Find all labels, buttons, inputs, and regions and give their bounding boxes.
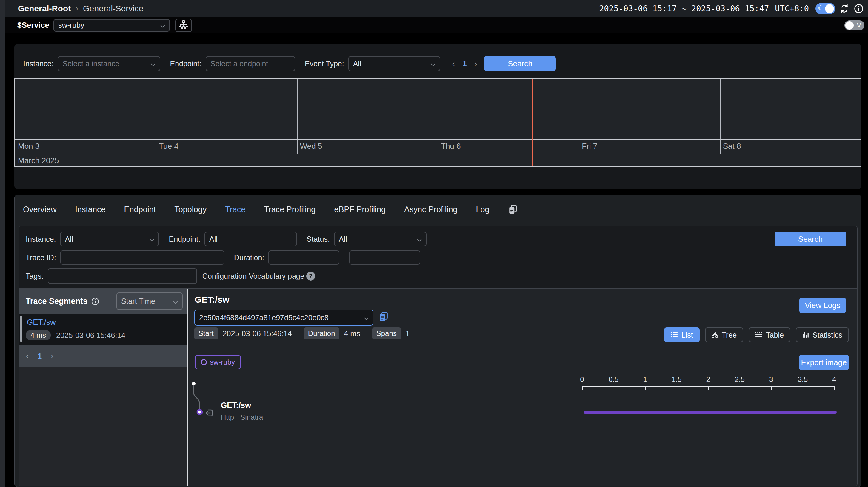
breadcrumb-current[interactable]: General-Service <box>83 4 143 13</box>
ruler-tick-label: 0.5 <box>609 375 618 383</box>
trace-endpoint-value: All <box>209 235 218 244</box>
timezone-label: UTC+8:0 <box>775 4 809 13</box>
chevron-down-icon <box>151 59 156 68</box>
ruler-tick-label: 1.5 <box>672 375 681 383</box>
statistics-view-button[interactable]: Statistics <box>796 327 849 342</box>
table-icon <box>755 331 762 339</box>
current-time-marker <box>532 79 533 166</box>
ruler-tick <box>740 386 740 390</box>
event-search-button[interactable]: Search <box>484 56 556 71</box>
circle-icon <box>201 359 207 365</box>
service-select-value: sw-ruby <box>58 21 85 30</box>
dark-mode-toggle[interactable]: ☾ <box>815 3 835 15</box>
tab-trace-profiling[interactable]: Trace Profiling <box>264 205 315 214</box>
statistics-icon <box>802 331 809 339</box>
ruler-tick <box>803 386 803 390</box>
span-name[interactable]: GET:/sw <box>221 401 251 410</box>
segment-endpoint[interactable]: GET:/sw <box>27 318 56 327</box>
version-toggle[interactable]: V <box>844 20 864 30</box>
event-type-select[interactable]: All <box>348 56 440 71</box>
trace-filter-row-3: Tags: Configuration Vocabulary page ? <box>19 268 315 284</box>
ruler-tick-label: 3 <box>769 375 773 383</box>
day-gridline <box>579 79 579 153</box>
day-label: Sat 8 <box>723 142 741 151</box>
day-gridline <box>720 79 720 153</box>
day-label: Thu 6 <box>441 142 461 151</box>
ruler-tick-label: 1 <box>643 375 647 383</box>
duration-max-input[interactable] <box>349 250 420 265</box>
tab-async-profiling[interactable]: Async Profiling <box>404 205 458 214</box>
day-gridline <box>438 79 438 153</box>
vocabulary-link[interactable]: Configuration Vocabulary page <box>203 272 305 281</box>
tree-view-button[interactable]: Tree <box>705 327 743 342</box>
endpoint-input-placeholder: Select a endpoint <box>211 59 268 68</box>
tags-input[interactable] <box>48 268 197 284</box>
tab-endpoint[interactable]: Endpoint <box>124 205 156 214</box>
duration-min-input[interactable] <box>268 250 339 265</box>
axis-line <box>15 139 861 140</box>
day-label: Wed 5 <box>300 142 322 151</box>
ruler-tick <box>677 386 677 390</box>
tab-trace[interactable]: Trace <box>225 205 245 214</box>
breadcrumb: General-Root › General-Service <box>18 4 143 13</box>
tab-instance[interactable]: Instance <box>75 205 106 214</box>
segment-meta: 4 ms 2025-03-06 15:46:14 <box>26 330 125 340</box>
tab-topology[interactable]: Topology <box>174 205 207 214</box>
segment-item[interactable]: GET:/sw 4 ms 2025-03-06 15:46:14 <box>19 315 187 344</box>
breadcrumb-root[interactable]: General-Root <box>18 4 71 13</box>
events-panel: Instance: Select a instance Endpoint: Se… <box>14 44 862 189</box>
tab-log[interactable]: Log <box>476 205 490 214</box>
next-page-icon[interactable]: › <box>51 351 54 361</box>
service-select[interactable]: sw-ruby <box>54 19 170 32</box>
trace-instance-select[interactable]: All <box>60 232 159 246</box>
event-type-value: All <box>353 59 362 68</box>
page-number[interactable]: 1 <box>462 59 467 68</box>
info-icon[interactable] <box>854 4 864 14</box>
service-topology-button[interactable] <box>175 19 192 32</box>
trace-endpoint-input[interactable]: All <box>205 232 297 246</box>
copy-trace-id-icon[interactable] <box>378 311 389 322</box>
info-icon[interactable] <box>91 297 99 306</box>
tab-ebpf-profiling[interactable]: eBPF Profiling <box>334 205 385 214</box>
next-page-icon[interactable]: › <box>474 59 477 68</box>
endpoint-input[interactable]: Select a endpoint <box>206 56 295 71</box>
span-duration-bar[interactable] <box>584 411 837 413</box>
collapsed-sidebar[interactable] <box>0 0 5 487</box>
duration-value: 4 ms <box>344 329 360 338</box>
refresh-icon[interactable] <box>839 4 849 14</box>
spans-badge: Spans <box>372 327 401 339</box>
page-number[interactable]: 1 <box>38 351 42 361</box>
time-range-picker[interactable]: 2025-03-06 15:17 ~ 2025-03-06 15:47 <box>599 4 769 13</box>
ruler-tick-label: 2 <box>706 375 710 383</box>
instance-select-placeholder: Select a instance <box>62 59 119 68</box>
trace-status-select[interactable]: All <box>334 232 427 246</box>
service-tag[interactable]: sw-ruby <box>195 355 241 369</box>
table-view-button[interactable]: Table <box>749 327 790 342</box>
tab-overview[interactable]: Overview <box>23 205 57 214</box>
chevron-down-icon <box>364 313 369 322</box>
top-bar-actions: 2025-03-06 15:17 ~ 2025-03-06 15:47 UTC+… <box>599 3 864 15</box>
trace-id-input[interactable] <box>60 250 224 265</box>
divider <box>188 350 857 350</box>
export-image-button[interactable]: Export image <box>799 355 849 370</box>
trace-search-button[interactable]: Search <box>775 232 846 247</box>
trace-detail-panel: GET:/sw View Logs 2e50a4f6884d497a81e97d… <box>188 289 857 486</box>
trace-id-select[interactable]: 2e50a4f6884d497a81e97d5c4c20e0c8 <box>194 310 373 326</box>
ruler-tick <box>708 386 709 390</box>
version-toggle-label: V <box>857 22 861 29</box>
day-label: Tue 4 <box>159 142 179 151</box>
statistics-view-label: Statistics <box>812 331 842 339</box>
prev-page-icon[interactable]: ‹ <box>452 59 455 68</box>
spans-count: 1 <box>406 329 410 338</box>
tree-icon <box>712 331 718 339</box>
prev-page-icon[interactable]: ‹ <box>26 351 29 361</box>
help-icon[interactable]: ? <box>306 271 315 281</box>
copy-dashboard-icon[interactable] <box>508 204 518 214</box>
ruler-tick <box>645 386 646 390</box>
event-timeline-chart[interactable]: Mon 3 Tue 4 Wed 5 Thu 6 Fri 7 Sat 8 Marc… <box>14 78 862 167</box>
segments-sort-select[interactable]: Start Time <box>116 292 183 310</box>
trace-segments-panel: Trace Segments Start Time <box>19 289 187 486</box>
instance-select[interactable]: Select a instance <box>58 56 160 71</box>
view-logs-button[interactable]: View Logs <box>799 297 846 313</box>
list-view-button[interactable]: List <box>664 327 700 342</box>
